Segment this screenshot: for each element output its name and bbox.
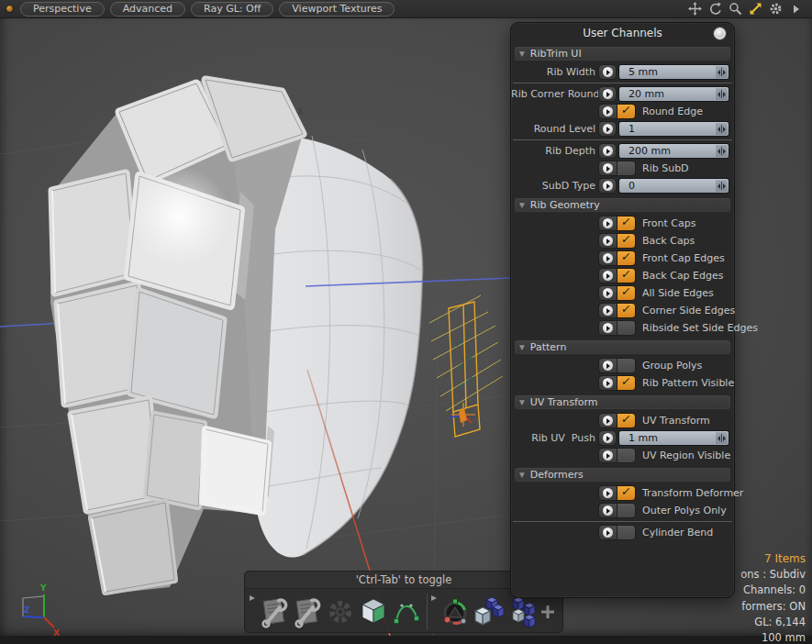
- round-edge-checkbox[interactable]: ✓: [617, 104, 636, 119]
- viewport-mode-buttons: PerspectiveAdvancedRay GL: OffViewport T…: [20, 2, 395, 17]
- rib-corner-round-field[interactable]: 20 mm: [618, 86, 729, 102]
- channel-row-ribside-set-side-edges: Ribside Set Side Edges: [511, 320, 734, 336]
- value-spinner[interactable]: [716, 66, 728, 78]
- channel-row-outer-polys-only: Outer Polys Only: [511, 503, 734, 518]
- section-header-pattern[interactable]: ▼Pattern: [515, 340, 730, 354]
- field-value: 0: [619, 180, 635, 192]
- channel-connect-button[interactable]: [598, 375, 617, 391]
- fit-view-icon[interactable]: [749, 2, 762, 16]
- front-cap-edges-checkbox[interactable]: ✓: [617, 250, 636, 266]
- group-polys-checkbox[interactable]: [617, 358, 636, 373]
- palette-popup-arrow-icon[interactable]: [249, 592, 257, 632]
- channel-row-round-level: Round Level1: [511, 121, 734, 137]
- toolbar-button-ray-gl-off[interactable]: Ray GL: Off: [191, 2, 273, 17]
- section-header-deformers[interactable]: ▼Deformers: [515, 468, 730, 482]
- channel-row-rib-uv-push: Rib UV Push1 mm: [511, 430, 734, 446]
- channel-connect-button[interactable]: [598, 320, 617, 336]
- channel-connect-button[interactable]: [598, 104, 617, 119]
- back-caps-checkbox[interactable]: ✓: [617, 233, 636, 249]
- value-spinner[interactable]: [716, 145, 728, 157]
- connect-circle-icon: [603, 288, 613, 298]
- action-center-icon[interactable]: [438, 592, 471, 632]
- channel-connect-button[interactable]: [598, 303, 617, 318]
- spinner-right-icon: [723, 149, 726, 154]
- channel-connect-button[interactable]: [598, 64, 617, 80]
- checkbox-label: Back Caps: [642, 235, 695, 247]
- toolbar-button-perspective[interactable]: Perspective: [20, 2, 105, 17]
- connect-circle-icon: [603, 67, 613, 77]
- rib-width-field[interactable]: 5 mm: [618, 64, 729, 80]
- palette-popup-arrow-icon-2[interactable]: [430, 592, 439, 632]
- toolbar-button-viewport-textures[interactable]: Viewport Textures: [279, 2, 395, 17]
- channel-connect-button[interactable]: [598, 233, 617, 249]
- channel-connect-button[interactable]: [598, 503, 617, 518]
- transform-deformer-checkbox[interactable]: ✓: [617, 485, 636, 501]
- connect-circle-icon: [603, 527, 613, 538]
- ribside-set-side-edges-checkbox[interactable]: [617, 320, 636, 336]
- uv-region-visible-checkbox[interactable]: [617, 448, 636, 463]
- value-spinner[interactable]: [716, 432, 728, 444]
- curve-tool-icon[interactable]: [390, 592, 423, 632]
- collapse-triangle-icon: ▼: [519, 471, 525, 479]
- item-array-icon[interactable]: [472, 592, 505, 632]
- checkbox-label: Rib SubD: [642, 162, 689, 174]
- channel-connect-button[interactable]: [598, 216, 617, 231]
- all-side-edges-checkbox[interactable]: ✓: [617, 285, 636, 301]
- wrench-script-icon[interactable]: [257, 592, 290, 632]
- channel-connect-button[interactable]: [598, 358, 617, 373]
- channel-connect-button[interactable]: [598, 121, 617, 137]
- rib-depth-field[interactable]: 200 mm: [618, 143, 729, 159]
- rib-subd-checkbox[interactable]: [617, 161, 636, 176]
- zoom-icon[interactable]: [729, 2, 742, 16]
- channel-connect-button[interactable]: [598, 448, 617, 463]
- channel-row-rib-depth: Rib Depth200 mm: [511, 143, 734, 159]
- rotate-icon[interactable]: [708, 2, 722, 16]
- panel-radio-icon[interactable]: [714, 28, 726, 39]
- channel-label: Rib Depth: [511, 145, 595, 157]
- channel-connect-button[interactable]: [598, 161, 617, 176]
- selected-wireframe-item[interactable]: [429, 295, 503, 437]
- outer-polys-only-checkbox[interactable]: [617, 503, 636, 518]
- cube-tool-icon[interactable]: [357, 592, 390, 632]
- connect-circle-icon: [603, 89, 613, 99]
- channel-row-transform-deformer: ✓Transform Deformer: [511, 485, 734, 501]
- gear-tool-icon[interactable]: [324, 592, 357, 632]
- checkmark-icon: ✓: [620, 217, 632, 228]
- channel-connect-button[interactable]: [598, 143, 617, 159]
- settings-gear-icon[interactable]: [769, 2, 783, 16]
- section-header-rib-geometry[interactable]: ▼Rib Geometry: [515, 198, 730, 212]
- uv-transform-checkbox[interactable]: ✓: [617, 413, 636, 428]
- channel-connect-button[interactable]: [598, 430, 617, 446]
- channel-connect-button[interactable]: [598, 86, 617, 102]
- channel-connect-button[interactable]: [598, 413, 617, 428]
- section-label: UV Transform: [530, 396, 598, 408]
- cylinder-bend-checkbox[interactable]: [617, 525, 636, 540]
- value-spinner[interactable]: [716, 123, 728, 135]
- corner-side-edges-checkbox[interactable]: ✓: [617, 303, 636, 318]
- round-level-field[interactable]: 1: [618, 121, 729, 137]
- value-spinner[interactable]: [716, 88, 728, 100]
- toolbar-button-advanced[interactable]: Advanced: [110, 2, 185, 17]
- channel-connect-button[interactable]: [598, 268, 617, 283]
- subd-type-field[interactable]: 0: [618, 178, 729, 194]
- channel-connect-button[interactable]: [598, 485, 617, 501]
- expand-arrow-icon[interactable]: [789, 2, 803, 16]
- connect-circle-icon: [603, 253, 613, 263]
- channel-connect-button[interactable]: [598, 525, 617, 540]
- spinner-right-icon: [723, 127, 726, 132]
- checkbox-label: UV Transform: [642, 415, 710, 427]
- channel-connect-button[interactable]: [598, 178, 617, 194]
- front-caps-checkbox[interactable]: ✓: [617, 216, 636, 231]
- wrench-script-icon-2[interactable]: [290, 592, 323, 632]
- channel-connect-button[interactable]: [598, 250, 617, 266]
- connect-circle-icon: [603, 163, 613, 173]
- back-cap-edges-checkbox[interactable]: ✓: [617, 268, 636, 283]
- section-header-uv-transform[interactable]: ▼UV Transform: [515, 395, 730, 409]
- connect-circle-icon: [603, 505, 613, 516]
- section-header-ribtrim-ui[interactable]: ▼RibTrim UI: [515, 47, 730, 61]
- rib-pattern-visible-checkbox[interactable]: ✓: [617, 375, 636, 391]
- value-spinner[interactable]: [716, 180, 728, 192]
- channel-connect-button[interactable]: [598, 285, 617, 301]
- pan-icon[interactable]: [688, 2, 702, 16]
- rib-uv-push-field[interactable]: 1 mm: [618, 430, 729, 446]
